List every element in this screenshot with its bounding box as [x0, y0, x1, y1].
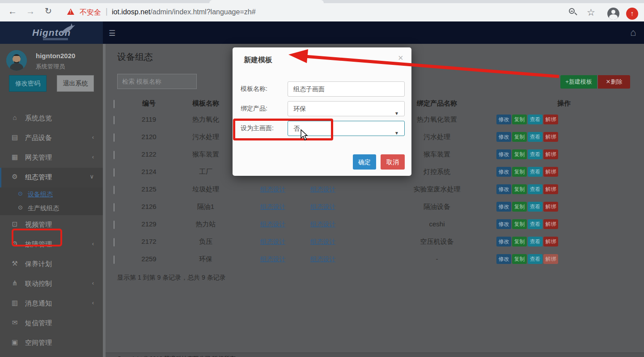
modify-button[interactable]: 修改: [496, 167, 511, 177]
design-link[interactable]: 组态设计: [301, 220, 345, 229]
unbind-button[interactable]: 解绑: [543, 167, 558, 177]
copy-button[interactable]: 复制: [512, 115, 527, 124]
copy-button[interactable]: 复制: [512, 149, 527, 159]
unbind-button[interactable]: 解绑: [543, 237, 558, 246]
design-link[interactable]: 组态设计: [250, 203, 295, 211]
row-checkbox[interactable]: [114, 134, 114, 141]
confirm-button[interactable]: 确定: [353, 154, 376, 170]
delete-button[interactable]: ✕删除: [598, 75, 630, 89]
design-link[interactable]: 组态设计: [301, 255, 345, 264]
design-link[interactable]: 组态设计: [301, 238, 345, 246]
modal-close-icon[interactable]: ×: [398, 53, 403, 63]
unbind-button[interactable]: 解绑: [543, 202, 558, 212]
view-button[interactable]: 查看: [528, 254, 542, 264]
copy-button[interactable]: 复制: [512, 167, 527, 177]
browser-profile-icon[interactable]: [607, 8, 619, 20]
row-checkbox[interactable]: [114, 186, 114, 194]
view-button[interactable]: 查看: [528, 167, 542, 177]
address-bar[interactable]: iot.idosp.net/admin/index.html?language=…: [112, 8, 256, 16]
cancel-button[interactable]: 取消: [381, 154, 405, 170]
column-header-id[interactable]: 编号: [127, 99, 171, 108]
unbind-button[interactable]: 解绑: [543, 254, 558, 264]
sidebar-item[interactable]: ▥消息通知‹: [0, 294, 103, 314]
browser-forward-button[interactable]: →: [25, 6, 36, 16]
modify-button[interactable]: 修改: [496, 184, 511, 194]
main-screen-row: 设为主画面: 否▼: [233, 121, 411, 136]
main-screen-select[interactable]: 否▼: [288, 121, 405, 136]
sidebar-item[interactable]: ▤产品设备‹: [0, 128, 103, 148]
modify-button[interactable]: 修改: [496, 132, 511, 142]
modify-button[interactable]: 修改: [496, 202, 511, 212]
row-checkbox[interactable]: [114, 204, 114, 211]
copy-button[interactable]: 复制: [512, 237, 527, 246]
modify-button[interactable]: 修改: [496, 219, 511, 229]
sidebar-item[interactable]: ⌂系统总览: [0, 109, 103, 128]
unbind-button[interactable]: 解绑: [543, 132, 558, 142]
search-input[interactable]: [117, 74, 197, 89]
design-link[interactable]: 组态设计: [301, 185, 345, 194]
copy-button[interactable]: 复制: [512, 202, 527, 212]
column-header-name[interactable]: 模板名称: [179, 99, 233, 108]
sidebar-item[interactable]: ⋔联动控制‹: [0, 274, 103, 294]
envelope-icon: ✉: [10, 319, 20, 327]
view-button[interactable]: 查看: [528, 202, 542, 212]
copy-button[interactable]: 复制: [512, 254, 527, 264]
security-warning-icon[interactable]: [67, 8, 74, 15]
sidebar-toggle-icon[interactable]: ☰: [109, 29, 115, 38]
browser-tab[interactable]: [209, 0, 324, 3]
browser-back-button[interactable]: ←: [7, 6, 18, 16]
sidebar-item[interactable]: ▦网关管理‹: [0, 148, 103, 168]
zoom-out-icon[interactable]: [569, 8, 578, 17]
row-checkbox[interactable]: [114, 116, 114, 124]
security-warning-label[interactable]: 不安全: [80, 8, 101, 17]
unbind-button[interactable]: 解绑: [543, 184, 558, 194]
copy-button[interactable]: 复制: [512, 184, 527, 194]
chevron-icon: ‹: [92, 153, 94, 160]
select-all-checkbox[interactable]: [114, 100, 114, 108]
view-button[interactable]: 查看: [528, 132, 542, 142]
design-link[interactable]: 组态设计: [250, 220, 295, 229]
view-button[interactable]: 查看: [528, 219, 542, 229]
unbind-button[interactable]: 解绑: [543, 115, 558, 124]
row-checkbox[interactable]: [114, 151, 114, 159]
sidebar-item[interactable]: ⚒保养计划: [0, 255, 103, 274]
sidebar-subitem[interactable]: ⊙设备组态: [0, 187, 103, 201]
browser-update-icon[interactable]: ↑: [626, 8, 638, 20]
sidebar-item[interactable]: ✉短信管理: [0, 314, 103, 333]
copy-button[interactable]: 复制: [512, 132, 527, 142]
change-password-button[interactable]: 修改密码: [9, 75, 47, 92]
view-button[interactable]: 查看: [528, 149, 542, 159]
design-link[interactable]: 组态设计: [301, 203, 345, 211]
design-link[interactable]: 组态设计: [250, 255, 295, 264]
new-template-button[interactable]: +新建模板: [560, 75, 597, 89]
template-name-input[interactable]: 组态子画面: [288, 81, 405, 97]
row-checkbox[interactable]: [114, 256, 114, 264]
modify-button[interactable]: 修改: [496, 254, 511, 264]
design-link[interactable]: 组态设计: [250, 185, 295, 194]
bookmark-star-icon[interactable]: ☆: [587, 7, 595, 18]
bind-product-select[interactable]: 环保▼: [288, 101, 405, 116]
design-link[interactable]: 组态设计: [250, 238, 295, 246]
sidebar-item[interactable]: ▣空间管理: [0, 333, 103, 353]
sidebar-item[interactable]: ⚙故障管理‹: [0, 235, 103, 255]
browser-reload-button[interactable]: ↻: [43, 6, 54, 16]
modify-button[interactable]: 修改: [496, 237, 511, 246]
view-button[interactable]: 查看: [528, 184, 542, 194]
unbind-button[interactable]: 解绑: [543, 149, 558, 159]
modify-button[interactable]: 修改: [496, 115, 511, 124]
sidebar-submenu: ⊙设备组态⊙生产线组态: [0, 187, 103, 215]
unbind-button[interactable]: 解绑: [543, 219, 558, 229]
row-checkbox[interactable]: [114, 221, 114, 229]
logo-area[interactable]: Hignton: [0, 21, 103, 44]
sidebar-item[interactable]: ⚙组态管理∨: [0, 168, 103, 187]
copy-button[interactable]: 复制: [512, 219, 527, 229]
sidebar-subitem[interactable]: ⊙生产线组态: [0, 201, 103, 215]
row-checkbox[interactable]: [114, 238, 114, 246]
view-button[interactable]: 查看: [528, 115, 542, 124]
sidebar-item[interactable]: ⊡视频管理: [0, 215, 103, 235]
logout-button[interactable]: 退出系统: [57, 75, 94, 92]
home-icon[interactable]: ⌂: [630, 27, 636, 38]
view-button[interactable]: 查看: [528, 237, 542, 246]
modify-button[interactable]: 修改: [496, 149, 511, 159]
row-checkbox[interactable]: [114, 169, 114, 176]
